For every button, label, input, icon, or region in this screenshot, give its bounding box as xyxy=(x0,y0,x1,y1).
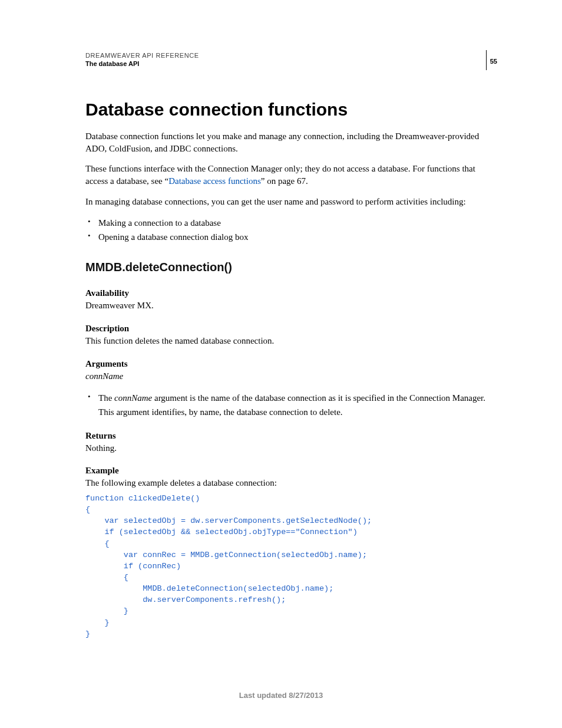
list-item: The connName argument is the name of the… xyxy=(96,391,497,419)
list-item: Making a connection to a database xyxy=(96,216,497,230)
example-heading: Example xyxy=(85,466,497,476)
page: DREAMWEAVER API REFERENCE The database A… xyxy=(0,0,562,728)
intro-paragraph-1: Database connection functions let you ma… xyxy=(85,130,497,154)
intro2-post: ” on page 67. xyxy=(261,176,308,186)
description-heading: Description xyxy=(85,324,497,334)
description-text: This function deletes the named database… xyxy=(85,335,497,347)
code-block: function clickedDelete() { var selectedO… xyxy=(85,493,497,640)
intro-paragraph-2: These functions interface with the Conne… xyxy=(85,163,497,187)
availability-heading: Availability xyxy=(85,288,497,298)
page-number: 55 xyxy=(490,58,497,65)
page-number-wrap: 55 xyxy=(486,52,497,70)
arguments-heading: Arguments xyxy=(85,359,497,369)
api-function-title: MMDB.deleteConnection() xyxy=(85,261,497,274)
running-header: DREAMWEAVER API REFERENCE The database A… xyxy=(85,52,497,70)
arg-name: connName xyxy=(114,393,152,403)
page-rule xyxy=(486,50,487,70)
returns-text: Nothing. xyxy=(85,442,497,454)
intro-bullet-list: Making a connection to a database Openin… xyxy=(85,216,497,244)
availability-text: Dreamweaver MX. xyxy=(85,299,497,312)
arg-post: argument is the name of the database con… xyxy=(98,393,485,417)
arguments-signature: connName xyxy=(85,370,497,383)
arguments-bullet-list: The connName argument is the name of the… xyxy=(85,391,497,419)
example-intro: The following example deletes a database… xyxy=(85,477,497,489)
list-item: Opening a database connection dialog box xyxy=(96,230,497,244)
returns-heading: Returns xyxy=(85,431,497,441)
header-reference: DREAMWEAVER API REFERENCE xyxy=(85,52,486,59)
database-access-functions-link[interactable]: Database access functions xyxy=(168,176,261,186)
arg-pre: The xyxy=(98,393,114,403)
footer-updated: Last updated 8/27/2013 xyxy=(0,691,562,700)
section-title: Database connection functions xyxy=(85,100,497,120)
header-chapter: The database API xyxy=(85,60,486,67)
intro-paragraph-3: In managing database connections, you ca… xyxy=(85,196,497,208)
